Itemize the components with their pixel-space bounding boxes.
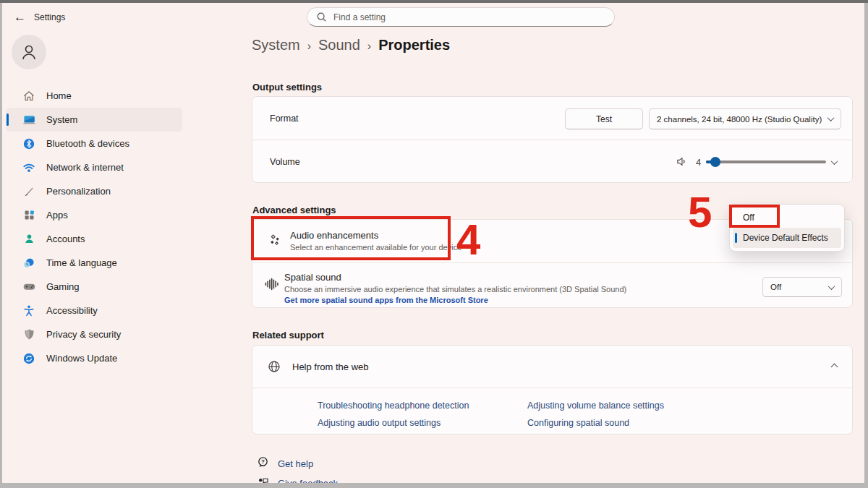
spatial-sound-icon xyxy=(264,276,280,295)
test-button[interactable]: Test xyxy=(565,108,643,129)
format-select-value: 2 channels, 24 bit, 48000 Hz (Studio Qua… xyxy=(657,115,828,124)
chevron-down-icon xyxy=(827,114,835,121)
apps-icon xyxy=(22,208,36,223)
output-settings-card: Format Test 2 channels, 24 bit, 48000 Hz… xyxy=(252,96,853,183)
output-settings-header: Output settings xyxy=(252,82,322,93)
sidebar-item-label: Home xyxy=(46,90,72,101)
sidebar-item-label: Accounts xyxy=(46,234,85,244)
sidebar-item-label: Windows Update xyxy=(46,353,117,364)
spatial-sound-select[interactable]: Off xyxy=(762,277,842,297)
give-feedback-icon xyxy=(257,476,269,483)
sidebar-item-label: Apps xyxy=(46,210,68,221)
sidebar: Home System Bluetooth & devices Network … xyxy=(6,84,182,370)
globe-icon xyxy=(267,359,281,377)
search-input[interactable] xyxy=(333,12,605,22)
divider xyxy=(252,388,852,388)
volume-expander-chevron-icon[interactable] xyxy=(831,158,838,165)
sidebar-item-privacy[interactable]: Privacy & security xyxy=(6,322,182,346)
sidebar-item-windows-update[interactable]: Windows Update xyxy=(6,346,182,370)
sidebar-item-label: Gaming xyxy=(46,281,80,292)
network-wifi-icon xyxy=(22,160,36,175)
accessibility-icon xyxy=(22,304,36,318)
volume-value: 4 xyxy=(696,157,701,168)
related-link-3[interactable]: Adjusting audio output settings xyxy=(318,418,441,428)
annotation-box-step4 xyxy=(251,216,451,260)
page-title: Properties xyxy=(378,37,450,53)
annotation-box-step5 xyxy=(729,205,780,228)
sidebar-item-apps[interactable]: Apps xyxy=(6,203,182,227)
breadcrumb-separator: › xyxy=(367,40,371,53)
home-icon xyxy=(22,89,36,103)
sidebar-item-system[interactable]: System xyxy=(6,108,182,132)
slider-track[interactable] xyxy=(706,160,826,163)
sidebar-item-accessibility[interactable]: Accessibility xyxy=(6,299,182,322)
format-select[interactable]: 2 channels, 24 bit, 48000 Hz (Studio Qua… xyxy=(649,108,841,129)
selected-indicator xyxy=(7,114,9,126)
sidebar-item-label: Bluetooth & devices xyxy=(46,138,129,149)
annotation-number-4: 4 xyxy=(456,218,480,262)
sidebar-item-label: Accessibility xyxy=(46,305,98,316)
sidebar-item-label: Network & internet xyxy=(46,162,124,173)
annotation-number-5: 5 xyxy=(688,191,712,234)
sidebar-item-label: Time & language xyxy=(46,257,117,268)
gaming-gamepad-icon xyxy=(22,280,36,294)
sidebar-item-accounts[interactable]: Accounts xyxy=(6,227,182,251)
avatar[interactable] xyxy=(12,35,46,69)
related-link-4[interactable]: Configuring spatial sound xyxy=(527,418,629,428)
sidebar-item-gaming[interactable]: Gaming xyxy=(6,275,182,299)
dropdown-option-device-default-effects[interactable]: Device Default Effects xyxy=(733,228,841,248)
volume-slider[interactable] xyxy=(706,157,826,167)
spatial-sound-store-link[interactable]: Get more spatial sound apps from the Mic… xyxy=(284,296,488,304)
give-feedback-label: Give feedback xyxy=(278,478,338,483)
get-help-link[interactable]: ? Get help xyxy=(257,456,313,471)
give-feedback-link[interactable]: Give feedback xyxy=(257,476,338,483)
format-label: Format xyxy=(270,114,299,124)
breadcrumb-separator: › xyxy=(307,40,311,53)
sidebar-item-bluetooth[interactable]: Bluetooth & devices xyxy=(6,132,182,155)
personalization-brush-icon xyxy=(22,184,36,199)
sidebar-item-label: Privacy & security xyxy=(46,329,121,340)
sidebar-item-network[interactable]: Network & internet xyxy=(6,155,182,179)
app-title: Settings xyxy=(34,12,65,22)
settings-window: ← Settings Home System Bluetooth & devic… xyxy=(2,3,864,483)
time-language-icon xyxy=(22,256,36,270)
privacy-shield-icon xyxy=(22,328,36,342)
sidebar-item-label: Personalization xyxy=(46,186,111,197)
spatial-sound-select-value: Off xyxy=(770,283,829,291)
sidebar-item-personalization[interactable]: Personalization xyxy=(6,179,182,203)
back-arrow-icon: ← xyxy=(14,10,26,24)
collapse-chevron-up-icon[interactable] xyxy=(831,364,838,371)
advanced-settings-header: Advanced settings xyxy=(252,205,336,215)
divider xyxy=(252,262,852,263)
help-from-web-label: Help from the web xyxy=(292,361,369,372)
get-help-label: Get help xyxy=(278,458,313,469)
search-icon xyxy=(316,12,327,22)
divider xyxy=(252,140,852,140)
sidebar-item-home[interactable]: Home xyxy=(6,84,182,108)
search-box[interactable] xyxy=(307,7,615,27)
chevron-down-icon xyxy=(828,283,835,290)
slider-thumb[interactable] xyxy=(710,157,720,167)
test-button-label: Test xyxy=(596,114,612,124)
spatial-sound-desc: Choose an immersive audio experience tha… xyxy=(284,285,626,294)
get-help-icon: ? xyxy=(257,456,269,471)
related-link-2[interactable]: Adjusting volume balance settings xyxy=(527,401,664,411)
sidebar-item-time-language[interactable]: Time & language xyxy=(6,251,182,275)
spatial-sound-title: Spatial sound xyxy=(284,272,341,283)
related-link-1[interactable]: Troubleshooting headphone detection xyxy=(318,401,469,411)
breadcrumb: System › Sound › Properties xyxy=(252,37,450,53)
back-button[interactable]: ← xyxy=(14,10,26,25)
system-icon xyxy=(22,113,36,127)
breadcrumb-system[interactable]: System xyxy=(252,37,300,53)
volume-label: Volume xyxy=(270,157,300,167)
related-support-card: Help from the web Troubleshooting headph… xyxy=(252,345,853,435)
speaker-icon xyxy=(676,155,688,171)
windows-update-icon xyxy=(22,351,36,366)
selected-indicator xyxy=(735,233,737,243)
accounts-person-icon xyxy=(22,232,36,247)
dropdown-option-label: Device Default Effects xyxy=(743,233,828,243)
breadcrumb-sound[interactable]: Sound xyxy=(318,37,360,53)
svg-text:?: ? xyxy=(261,458,265,465)
bluetooth-icon xyxy=(22,137,36,151)
person-icon xyxy=(18,41,40,63)
